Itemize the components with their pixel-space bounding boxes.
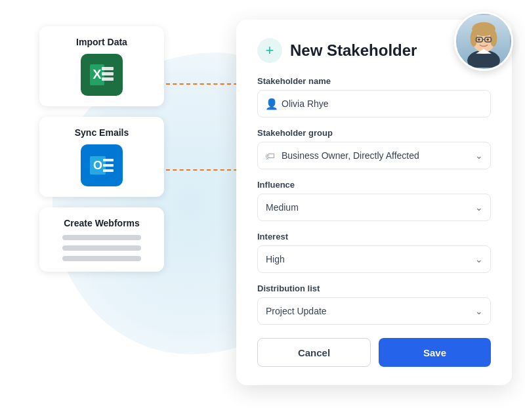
person-icon: 👤	[265, 98, 278, 110]
svg-text:X: X	[93, 67, 102, 81]
influence-label: Influence	[257, 180, 491, 190]
import-data-title: Import Data	[76, 37, 127, 47]
form-buttons: Cancel Save	[257, 338, 491, 367]
influence-select-wrapper: Low Medium High ⌄	[257, 194, 491, 221]
svg-point-22	[478, 39, 480, 41]
create-webforms-card: Create Webforms	[39, 207, 164, 272]
svg-rect-10	[103, 164, 114, 167]
sync-emails-card: Sync Emails O	[39, 117, 164, 197]
plus-icon: +	[257, 38, 282, 63]
form-panel: + New Stakeholder Stakeholder name 👤 Sta…	[236, 20, 512, 385]
cancel-button[interactable]: Cancel	[257, 338, 371, 367]
stakeholder-name-input[interactable]	[257, 90, 491, 117]
svg-rect-9	[103, 159, 114, 161]
avatar	[454, 12, 513, 71]
interest-select[interactable]: Low Medium High	[257, 245, 491, 273]
webform-line-2	[62, 245, 141, 251]
stakeholder-name-label: Stakeholder name	[257, 76, 491, 86]
influence-group: Influence Low Medium High ⌄	[257, 180, 491, 221]
svg-text:O: O	[93, 159, 102, 172]
distribution-list-select[interactable]: Project Update Weekly Digest Monthly Rep…	[257, 297, 491, 325]
stakeholder-name-input-wrapper: 👤	[257, 90, 491, 117]
svg-rect-3	[102, 67, 114, 70]
webform-line-3	[62, 256, 141, 261]
interest-label: Interest	[257, 232, 491, 242]
distribution-list-wrapper: Project Update Weekly Digest Monthly Rep…	[257, 297, 491, 325]
stakeholder-group-wrapper: 🏷 Business Owner, Directly Affected Inte…	[257, 142, 491, 169]
distribution-list-label: Distribution list	[257, 284, 491, 293]
svg-rect-4	[102, 72, 114, 75]
save-button[interactable]: Save	[379, 338, 491, 367]
interest-select-wrapper: Low Medium High ⌄	[257, 245, 491, 273]
webform-lines-icon	[62, 235, 141, 261]
influence-select[interactable]: Low Medium High	[257, 194, 491, 221]
workflow-column: Import Data X Sync Emails O	[39, 26, 164, 272]
import-data-card: Import Data X	[39, 26, 164, 106]
stakeholder-group-label: Stakeholder group	[257, 128, 491, 138]
outlook-icon: O	[81, 144, 123, 186]
svg-rect-11	[103, 169, 114, 172]
create-webforms-title: Create Webforms	[64, 218, 140, 228]
form-title: New Stakeholder	[290, 41, 417, 60]
stakeholder-name-group: Stakeholder name 👤	[257, 76, 491, 117]
excel-icon: X	[81, 54, 123, 96]
sync-emails-title: Sync Emails	[75, 127, 129, 138]
svg-point-23	[486, 39, 489, 41]
stakeholder-group-group: Stakeholder group 🏷 Business Owner, Dire…	[257, 128, 491, 169]
distribution-list-group: Distribution list Project Update Weekly …	[257, 284, 491, 325]
webform-line-1	[62, 235, 141, 240]
stakeholder-group-select[interactable]: Business Owner, Directly Affected Intern…	[257, 142, 491, 169]
interest-group: Interest Low Medium High ⌄	[257, 232, 491, 273]
svg-rect-5	[102, 77, 114, 81]
